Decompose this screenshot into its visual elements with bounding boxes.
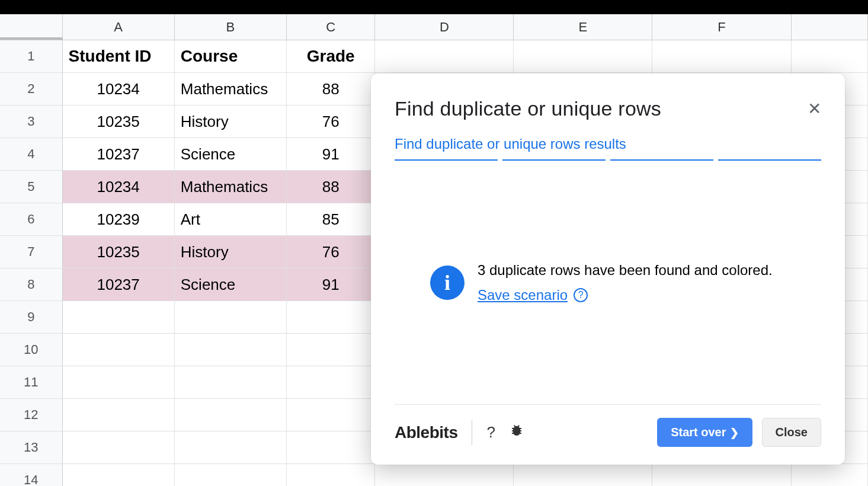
col-header-A[interactable]: A (63, 14, 175, 40)
cell-C[interactable]: 88 (287, 171, 375, 203)
cell-E[interactable] (514, 40, 652, 73)
cell-F[interactable] (652, 464, 791, 486)
row-header[interactable]: 14 (0, 464, 63, 486)
footer-left: Ablebits ? (395, 420, 524, 445)
cell-B[interactable]: Art (175, 203, 287, 236)
cell-A[interactable]: 10234 (63, 73, 175, 105)
top-black-bar (0, 0, 868, 14)
cell-B[interactable]: Science (175, 138, 287, 171)
cell-A[interactable]: Student ID (63, 40, 175, 73)
cell-B[interactable]: History (175, 105, 287, 138)
dialog-subtitle: Find duplicate or unique rows results (395, 136, 821, 152)
row-header[interactable]: 9 (0, 301, 63, 334)
step-line (502, 159, 606, 161)
result-message: 3 duplicate rows have been found and col… (478, 262, 773, 279)
cell-G[interactable] (792, 40, 868, 73)
save-scenario-link[interactable]: Save scenario (478, 287, 568, 303)
bug-icon[interactable] (510, 423, 524, 442)
cell-C[interactable]: 91 (287, 268, 375, 301)
cell-A[interactable] (63, 334, 175, 366)
step-line (395, 159, 498, 161)
dialog-header: Find duplicate or unique rows ✕ (395, 97, 821, 120)
cell-G[interactable] (792, 464, 868, 486)
cell-A[interactable]: 10237 (63, 138, 175, 171)
cell-B[interactable]: Science (175, 268, 287, 301)
cell-D[interactable] (375, 464, 514, 486)
col-header-E[interactable]: E (514, 14, 652, 40)
cell-A[interactable]: 10235 (63, 236, 175, 268)
row-header[interactable]: 2 (0, 73, 63, 105)
cell-C[interactable]: Grade (287, 40, 375, 73)
chevron-right-icon: ❯ (730, 426, 739, 439)
cell-C[interactable] (287, 399, 375, 431)
cell-B[interactable] (175, 431, 287, 464)
row-header[interactable]: 10 (0, 334, 63, 366)
cell-A[interactable] (63, 301, 175, 334)
row-header[interactable]: 4 (0, 138, 63, 171)
cell-F[interactable] (652, 40, 791, 73)
cell-A[interactable] (63, 366, 175, 399)
cell-C[interactable] (287, 366, 375, 399)
col-header-F[interactable]: F (652, 14, 791, 40)
col-header-G[interactable] (792, 14, 868, 40)
row-header[interactable]: 12 (0, 399, 63, 431)
cell-A[interactable]: 10237 (63, 268, 175, 301)
row-header[interactable]: 3 (0, 105, 63, 138)
dialog-title: Find duplicate or unique rows (395, 97, 661, 120)
col-header-D[interactable]: D (375, 14, 514, 40)
cell-B[interactable] (175, 399, 287, 431)
select-all-corner[interactable] (0, 14, 63, 40)
start-over-label: Start over (671, 426, 726, 439)
result-area: i 3 duplicate rows have been found and c… (395, 184, 821, 381)
cell-A[interactable] (63, 399, 175, 431)
cell-A[interactable] (63, 464, 175, 486)
cell-B[interactable] (175, 334, 287, 366)
cell-C[interactable] (287, 334, 375, 366)
row-header[interactable]: 13 (0, 431, 63, 464)
result-text-block: 3 duplicate rows have been found and col… (478, 262, 773, 303)
step-indicator (395, 159, 821, 161)
column-headers-row: A B C D E F (0, 14, 868, 40)
col-header-C[interactable]: C (287, 14, 375, 40)
start-over-button[interactable]: Start over ❯ (657, 418, 752, 447)
cell-C[interactable]: 85 (287, 203, 375, 236)
cell-A[interactable]: 10234 (63, 171, 175, 203)
close-icon[interactable]: ✕ (808, 99, 821, 119)
footer-divider (472, 420, 472, 445)
cell-C[interactable]: 76 (287, 236, 375, 268)
footer-help-icon[interactable]: ? (486, 423, 495, 442)
row-header[interactable]: 5 (0, 171, 63, 203)
cell-C[interactable]: 88 (287, 73, 375, 105)
row-header[interactable]: 8 (0, 268, 63, 301)
row-header[interactable]: 1 (0, 40, 63, 73)
row-header[interactable]: 7 (0, 236, 63, 268)
cell-B[interactable]: History (175, 236, 287, 268)
cell-B[interactable]: Mathematics (175, 73, 287, 105)
cell-B[interactable] (175, 464, 287, 486)
cell-B[interactable] (175, 366, 287, 399)
find-duplicates-dialog: Find duplicate or unique rows ✕ Find dup… (371, 73, 845, 465)
cell-C[interactable] (287, 301, 375, 334)
step-line (610, 159, 713, 161)
cell-E[interactable] (514, 464, 652, 486)
cell-C[interactable] (287, 431, 375, 464)
row-header[interactable]: 6 (0, 203, 63, 236)
cell-B[interactable]: Mathematics (175, 171, 287, 203)
save-scenario-row: Save scenario ? (478, 287, 773, 303)
cell-C[interactable]: 76 (287, 105, 375, 138)
cell-B[interactable] (175, 301, 287, 334)
close-button[interactable]: Close (762, 418, 821, 447)
cell-A[interactable]: 10239 (63, 203, 175, 236)
cell-A[interactable] (63, 431, 175, 464)
cell-D[interactable] (375, 40, 514, 73)
footer-buttons: Start over ❯ Close (657, 418, 821, 447)
row-header[interactable]: 11 (0, 366, 63, 399)
help-icon[interactable]: ? (574, 288, 588, 302)
brand-logo: Ablebits (395, 423, 457, 442)
cell-B[interactable]: Course (175, 40, 287, 73)
cell-C[interactable]: 91 (287, 138, 375, 171)
cell-A[interactable]: 10235 (63, 105, 175, 138)
col-header-B[interactable]: B (175, 14, 287, 40)
info-icon: i (430, 266, 465, 300)
cell-C[interactable] (287, 464, 375, 486)
